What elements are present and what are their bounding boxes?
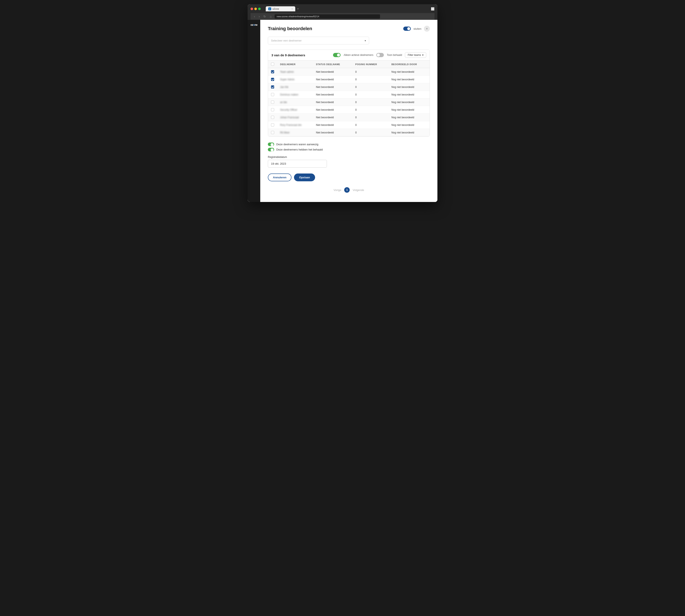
row-checkbox-cell bbox=[268, 114, 277, 121]
next-page-button[interactable]: Volgende bbox=[352, 189, 364, 192]
row-checkbox[interactable] bbox=[271, 93, 274, 96]
forward-button[interactable]: › bbox=[258, 14, 261, 19]
minimize-traffic-light[interactable] bbox=[254, 7, 257, 10]
table-body: Team adminNiet beoordeeld0Nog niet beoor… bbox=[268, 68, 430, 136]
row-checkbox-cell bbox=[268, 76, 277, 83]
col-status: STATUS DEELNAME bbox=[313, 61, 352, 68]
row-poging: 0 bbox=[352, 106, 388, 114]
filter-teams-button[interactable]: Filter teams ▾ bbox=[405, 52, 426, 58]
row-status: Niet beoordeeld bbox=[313, 121, 352, 129]
row-beoordeeld-door: Nog niet beoordeeld bbox=[388, 114, 430, 121]
participant-count: 3 van de 9 deelnemers bbox=[272, 53, 305, 57]
home-button[interactable]: ⌂ bbox=[269, 14, 272, 19]
row-checkbox[interactable] bbox=[271, 131, 274, 134]
registration-date-section: Registratiedatum bbox=[268, 156, 430, 168]
current-page: 1 bbox=[344, 187, 350, 193]
dropdown-arrow-icon: ▾ bbox=[365, 39, 366, 42]
row-checkbox[interactable] bbox=[271, 70, 274, 73]
browser-titlebar: o oZone × + ⬜ ‹ › ↻ ⌂ bbox=[248, 4, 437, 20]
row-beoordeeld-door: Nog niet beoordeeld bbox=[388, 98, 430, 106]
row-poging: 0 bbox=[352, 91, 388, 98]
row-deelnemer: Dominus maken bbox=[277, 91, 313, 98]
table-row: Jan KikNiet beoordeeld0Nog niet beoordee… bbox=[268, 83, 430, 91]
row-checkbox[interactable] bbox=[271, 116, 274, 119]
new-tab-button[interactable]: + bbox=[295, 7, 301, 11]
close-traffic-light[interactable] bbox=[251, 7, 253, 10]
active-toggle[interactable] bbox=[333, 53, 341, 57]
col-poging: POGING NUMMER bbox=[352, 61, 388, 68]
behaald-toggle[interactable] bbox=[376, 53, 384, 57]
row-checkbox[interactable] bbox=[271, 101, 274, 104]
row-poging: 0 bbox=[352, 114, 388, 121]
row-status: Niet beoordeeld bbox=[313, 129, 352, 136]
active-toggle-label: Alleen actieve deelnemers bbox=[344, 53, 373, 57]
tab-favicon: o bbox=[268, 7, 271, 10]
row-checkbox[interactable] bbox=[271, 85, 274, 89]
main-content: Training beoordelen sluiten × Selecteer … bbox=[260, 20, 437, 202]
row-checkbox-cell bbox=[268, 129, 277, 136]
page-title: Training beoordelen bbox=[268, 26, 312, 31]
col-beoordeeld: BEOORDEELD DOOR bbox=[388, 61, 430, 68]
active-tab[interactable]: o oZone × bbox=[266, 6, 295, 12]
table-row: Super AdminNiet beoordeeld0Nog niet beoo… bbox=[268, 76, 430, 83]
row-deelnemer: an ble bbox=[277, 98, 313, 106]
row-beoordeeld-door: Nog niet beoordeeld bbox=[388, 121, 430, 129]
reg-date-input[interactable] bbox=[268, 160, 327, 168]
row-poging: 0 bbox=[352, 121, 388, 129]
tab-close-icon[interactable]: × bbox=[292, 8, 293, 10]
table-row: Security OfficerNiet beoordeeld0Nog niet… bbox=[268, 106, 430, 114]
row-deelnemer: Jan Kik bbox=[277, 83, 313, 91]
annuleren-button[interactable]: Annuleren bbox=[268, 174, 292, 181]
prev-page-button[interactable]: Vorige bbox=[334, 189, 341, 192]
participant-dropdown[interactable]: Selecteer een deelnemer ▾ bbox=[268, 37, 369, 44]
row-beoordeeld-door: Nog niet beoordeeld bbox=[388, 68, 430, 76]
traffic-lights bbox=[251, 7, 261, 10]
header-toggle[interactable] bbox=[403, 26, 411, 31]
legend-section: Deze deelnemers waren aanwezig Deze deel… bbox=[268, 142, 430, 151]
reg-date-label: Registratiedatum bbox=[268, 156, 430, 158]
sluiten-label: sluiten bbox=[413, 27, 421, 30]
row-deelnemer: Team admin bbox=[277, 68, 313, 76]
row-status: Niet beoordeeld bbox=[313, 76, 352, 83]
table-row: Rory Fransvaal dreNiet beoordeeld0Nog ni… bbox=[268, 121, 430, 129]
row-poging: 0 bbox=[352, 129, 388, 136]
filter-teams-arrow-icon: ▾ bbox=[422, 53, 424, 57]
legend-behaald-label: Deze deelnemers hebben het behaald bbox=[276, 148, 323, 151]
row-beoordeeld-door: Nog niet beoordeeld bbox=[388, 83, 430, 91]
participant-table-section: 3 van de 9 deelnemers Alleen actieve dee… bbox=[268, 49, 430, 137]
table-row: Team adminNiet beoordeeld0Nog niet beoor… bbox=[268, 68, 430, 76]
filter-teams-label: Filter teams bbox=[408, 53, 421, 57]
row-checkbox-cell bbox=[268, 83, 277, 91]
row-checkbox-cell bbox=[268, 68, 277, 76]
row-checkbox[interactable] bbox=[271, 78, 274, 81]
table-row: Rit MeerNiet beoordeeld0Nog niet beoorde… bbox=[268, 129, 430, 136]
row-checkbox[interactable] bbox=[271, 123, 274, 127]
address-bar-row: ‹ › ↻ ⌂ bbox=[251, 13, 434, 20]
reload-button[interactable]: ↻ bbox=[262, 14, 267, 19]
row-beoordeeld-door: Nog niet beoordeeld bbox=[388, 76, 430, 83]
back-button[interactable]: ‹ bbox=[253, 14, 256, 19]
row-checkbox-cell bbox=[268, 121, 277, 129]
legend-aanwezig: Deze deelnemers waren aanwezig bbox=[268, 142, 430, 146]
row-status: Niet beoordeeld bbox=[313, 106, 352, 114]
row-checkbox-cell bbox=[268, 98, 277, 106]
row-beoordeeld-door: Nog niet beoordeeld bbox=[388, 106, 430, 114]
table-row: Dominus makenNiet beoordeeld0Nog niet be… bbox=[268, 91, 430, 98]
row-poging: 0 bbox=[352, 98, 388, 106]
row-deelnemer: Rory Fransvaal dre bbox=[277, 121, 313, 129]
row-poging: 0 bbox=[352, 76, 388, 83]
modal-header: Training beoordelen sluiten × bbox=[268, 26, 430, 31]
fullscreen-traffic-light[interactable] bbox=[258, 7, 261, 10]
row-checkbox[interactable] bbox=[271, 108, 274, 111]
sidebar: ozone bbox=[248, 20, 260, 202]
dropdown-placeholder: Selecteer een deelnemer bbox=[271, 39, 302, 42]
behaald-toggle-label: Toon behaald bbox=[387, 53, 402, 57]
row-poging: 0 bbox=[352, 68, 388, 76]
row-deelnemer: Super Admin bbox=[277, 76, 313, 83]
select-all-checkbox[interactable] bbox=[271, 63, 274, 66]
window-resize-icon: ⬜ bbox=[431, 7, 434, 10]
url-bar[interactable] bbox=[275, 14, 380, 19]
close-button[interactable]: × bbox=[424, 26, 430, 31]
row-deelnemer: Security Officer bbox=[277, 106, 313, 114]
opslaan-button[interactable]: Opslaan bbox=[294, 174, 315, 181]
